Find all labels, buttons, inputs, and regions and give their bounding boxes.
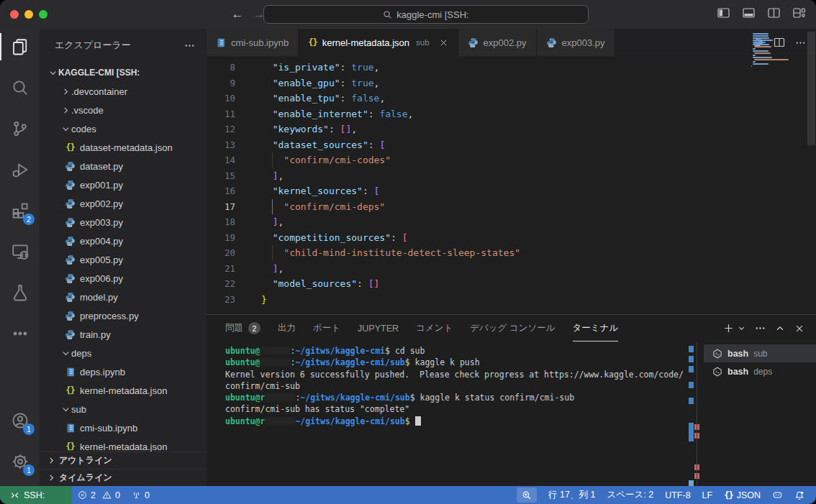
panel-tab-ターミナル[interactable]: ターミナル — [573, 316, 619, 342]
macos-minimize-button[interactable] — [24, 10, 33, 19]
encoding-status[interactable]: UTF-8 — [659, 486, 696, 504]
panel-tab-label: 問題 — [225, 322, 243, 334]
panel-tab-デバッグ コンソール[interactable]: デバッグ コンソール — [470, 316, 555, 342]
terminal-line: Kernel version 6 successfully pushed. Pl… — [225, 369, 692, 380]
tree-item-kernel-metadata.json[interactable]: {}kernel-metadata.json — [40, 381, 207, 400]
problems-status[interactable]: 2 0 — [72, 486, 126, 504]
tree-item-exp002.py[interactable]: exp002.py — [40, 194, 207, 213]
braces-icon: {} — [724, 490, 733, 500]
tree-item-model.py[interactable]: model.py — [40, 288, 207, 306]
tree-item-label: train.py — [80, 329, 111, 340]
activity-bar-item-source-control[interactable] — [0, 111, 40, 147]
tree-item-cmi-sub.ipynb[interactable]: cmi-sub.ipynb — [40, 418, 207, 437]
panel-zoom-indicator[interactable] — [517, 487, 537, 503]
macos-zoom-button[interactable] — [39, 10, 47, 19]
activity-bar-item-accounts[interactable]: 1 — [0, 403, 40, 439]
tree-item-exp003.py[interactable]: exp003.py — [40, 213, 207, 232]
tree-item-preprocess.py[interactable]: preprocess.py — [40, 306, 207, 325]
terminal-output[interactable]: ubuntu@:~/gitws/kaggle-cmi$ cd sububuntu… — [225, 345, 692, 480]
tab-exp003.py[interactable]: exp003.py — [537, 29, 615, 56]
sidebar-section-outline[interactable]: アウトライン — [40, 452, 207, 469]
panel-more-actions-icon[interactable] — [755, 323, 766, 334]
panel-tab-出力[interactable]: 出力 — [278, 316, 296, 342]
activity-bar-item-run-debug[interactable] — [0, 152, 40, 188]
chevron-right-icon — [47, 473, 56, 482]
tree-item-label: exp001.py — [80, 180, 123, 191]
forwarded-ports-status[interactable]: 0 — [126, 486, 155, 504]
notifications-status[interactable] — [789, 486, 810, 504]
bell-dot-icon — [794, 490, 804, 500]
panel-tab-コメント[interactable]: コメント — [416, 316, 453, 342]
tree-item-deps.ipynb[interactable]: deps.ipynb — [40, 362, 207, 381]
customize-layout-icon[interactable] — [792, 7, 806, 19]
language-mode-status[interactable]: {} JSON — [718, 486, 766, 504]
activity-bar-item-remote-explorer[interactable] — [0, 234, 40, 270]
editor-scrollbar[interactable] — [807, 32, 815, 145]
remote-indicator[interactable]: SSH: — [0, 486, 72, 504]
tab-cmi-sub.ipynb[interactable]: cmi-sub.ipynb — [207, 29, 299, 56]
tree-root-kaggle-cmi-ssh-[interactable]: KAGGLE-CMI [SSH: — [40, 63, 207, 82]
toggle-sidebar-icon[interactable] — [717, 7, 730, 19]
tree-item-label: exp003.py — [80, 217, 123, 228]
activity-bar-item-extensions[interactable]: 2 — [0, 193, 40, 229]
terminal-instance-deps[interactable]: bashdeps — [704, 362, 816, 380]
new-terminal-icon[interactable] — [723, 323, 734, 334]
tree-item-label: .devcontainer — [71, 86, 127, 97]
minimap[interactable] — [751, 33, 804, 68]
python-file-icon — [64, 311, 76, 321]
terminal-instance-sub[interactable]: bashsub — [704, 344, 816, 362]
panel-tab-ポート[interactable]: ポート — [313, 316, 340, 342]
tree-item-sub[interactable]: sub — [40, 400, 207, 418]
tree-item-exp006.py[interactable]: exp006.py — [40, 269, 207, 288]
toggle-panel-icon[interactable] — [742, 7, 756, 19]
maximize-panel-icon[interactable] — [775, 324, 785, 334]
search-icon — [12, 79, 29, 96]
code-line-14: 14 "confirm/cmi-codes" — [207, 152, 816, 168]
terminal-list-sash[interactable] — [697, 342, 697, 486]
indentation-status[interactable]: スペース: 2 — [601, 486, 659, 504]
tab-exp002.py[interactable]: exp002.py — [458, 29, 537, 56]
code-line-10: 10 "enable_tpu": false, — [207, 91, 816, 106]
line-number: 9 — [207, 75, 235, 91]
testing-icon — [12, 284, 29, 301]
activity-bar-item-settings[interactable]: 1 — [0, 444, 40, 480]
activity-bar-item-explorer[interactable] — [0, 29, 40, 65]
tree-item-dataset.py[interactable]: dataset.py — [40, 157, 207, 175]
command-center-search[interactable]: kaggle-cmi [SSH: — [263, 5, 589, 24]
split-editor-icon[interactable] — [767, 7, 781, 19]
eol-status[interactable]: LF — [697, 486, 719, 504]
code-editor[interactable]: 8 "is_private": true,9 "enable_gpu": tru… — [207, 56, 816, 314]
macos-close-button[interactable] — [10, 10, 19, 19]
tree-item-label: dataset.py — [80, 161, 123, 172]
cursor-position-status[interactable]: 行 17、列 1 — [543, 486, 601, 504]
panel-tab-問題[interactable]: 問題2 — [225, 316, 260, 342]
panel-tab-JUPYTER[interactable]: JUPYTER — [358, 316, 399, 342]
tab-kernel-metadata.json[interactable]: {}kernel-metadata.jsonsub — [299, 29, 458, 56]
tree-item-codes[interactable]: codes — [40, 119, 207, 138]
close-panel-icon[interactable] — [794, 324, 804, 334]
tree-item-deps[interactable]: deps — [40, 344, 207, 362]
terminal-line: ubuntu@r~/gitws/kaggle-cmi/sub$ — [225, 416, 692, 427]
copilot-status[interactable] — [766, 486, 789, 504]
terminal-profile-dropdown-icon[interactable] — [738, 324, 745, 332]
tree-item-exp005.py[interactable]: exp005.py — [40, 250, 207, 269]
panel-tab-label: デバッグ コンソール — [470, 322, 555, 334]
activity-bar-item-search[interactable] — [0, 70, 40, 106]
tree-item-exp001.py[interactable]: exp001.py — [40, 175, 207, 194]
tree-item-dataset-metadata.json[interactable]: {}dataset-metadata.json — [40, 138, 207, 157]
sidebar-section-timeline[interactable]: タイムライン — [40, 469, 207, 486]
window-title: kaggle-cmi [SSH: — [396, 9, 468, 20]
python-file-icon — [64, 180, 76, 191]
activity-bar-item-testing[interactable] — [0, 275, 40, 311]
tree-item-.devcontainer[interactable]: .devcontainer — [40, 82, 207, 101]
back-arrow-icon[interactable]: ← — [229, 6, 246, 23]
tree-item-label: exp005.py — [80, 255, 123, 265]
tree-item-train.py[interactable]: train.py — [40, 325, 207, 344]
explorer-more-actions-icon[interactable] — [184, 40, 195, 51]
terminal-line: ubuntu@:~/gitws/kaggle-cmi/sub$ kaggle k… — [225, 357, 692, 368]
tree-item-.vscode[interactable]: .vscode — [40, 101, 207, 119]
close-tab-icon[interactable] — [439, 38, 448, 47]
tree-item-exp004.py[interactable]: exp004.py — [40, 232, 207, 250]
activity-bar-item-more[interactable] — [0, 316, 40, 352]
python-file-icon — [64, 161, 76, 172]
